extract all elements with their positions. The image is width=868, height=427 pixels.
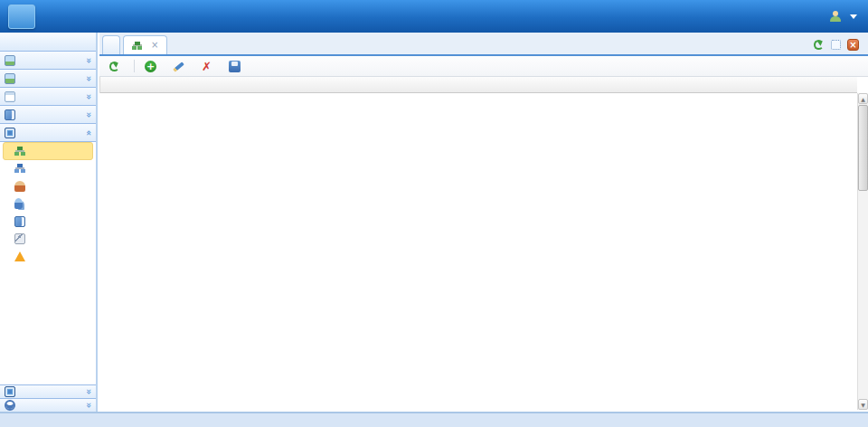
base-settings-icon (5, 109, 15, 120)
sidebar-accordion-3[interactable]: » (0, 106, 96, 124)
sidebar-accordion-0[interactable]: » (0, 52, 96, 70)
sidebar-item-3[interactable] (3, 195, 93, 214)
panel-tools (813, 39, 868, 54)
scroll-down-icon[interactable]: ▼ (858, 399, 868, 410)
sidebar-accordion-2[interactable]: » (0, 88, 96, 106)
close-tab-icon[interactable]: × (151, 41, 158, 50)
refresh-icon[interactable] (813, 39, 825, 51)
vertical-scrollbar[interactable]: ▲ ▼ (857, 93, 868, 410)
sidebar-item-5[interactable] (3, 231, 93, 249)
system-settings-icon (5, 128, 15, 138)
materiel-icon (5, 73, 15, 84)
toolbar-button-4[interactable] (223, 59, 250, 74)
product-icon (5, 55, 15, 66)
dict-icon (14, 216, 25, 227)
sitemap-icon (132, 41, 142, 51)
sidebar-accordion-4[interactable]: « (0, 124, 96, 142)
tabs: × (102, 35, 170, 54)
sidebar-bottom-accordions: »» (0, 384, 96, 412)
warehouse-management-app: »»»»« »» × ▲ ▼ (0, 0, 868, 427)
toolbar-button-0[interactable] (103, 59, 129, 74)
chevron-down-icon: » (84, 93, 93, 99)
sidebar-item-6[interactable] (3, 248, 93, 266)
sitemap-icon (14, 146, 25, 157)
scroll-up-icon[interactable]: ▲ (858, 93, 868, 104)
sidebar: »»»»« »» (0, 33, 98, 412)
save-icon (229, 61, 241, 72)
tab-bar: × (99, 33, 868, 56)
chevron-down-icon (850, 14, 857, 23)
app-header (0, 0, 868, 33)
maximize-icon[interactable] (830, 39, 842, 51)
datagrid-header (99, 77, 857, 93)
datagrid-body (99, 93, 694, 409)
label-icon (5, 386, 15, 397)
tab-1[interactable]: × (123, 35, 167, 54)
sidebar-accordions: »»»»« (0, 52, 96, 266)
chevron-down-icon: » (84, 75, 93, 81)
app-logo (8, 5, 35, 29)
sidebar-item-1[interactable] (3, 160, 93, 178)
org-icon (14, 163, 25, 174)
chevron-down-icon: » (84, 389, 93, 394)
tab-0[interactable] (102, 35, 120, 54)
sidebar-bottom-accordion-0[interactable]: » (0, 384, 96, 398)
sidebar-item-0[interactable] (3, 142, 93, 160)
close-icon[interactable] (847, 39, 859, 51)
sidebar-panel-header (0, 33, 96, 52)
toolbar-button-1[interactable] (139, 59, 165, 74)
add-icon (145, 61, 156, 72)
toolbar-button-3[interactable] (195, 59, 222, 74)
content-panel: × ▲ ▼ (99, 33, 868, 412)
log-icon (14, 251, 25, 261)
chevron-down-icon: » (84, 57, 93, 62)
param-icon (14, 233, 25, 244)
scrollbar-thumb[interactable] (858, 105, 868, 191)
chevron-down-icon: » (84, 403, 93, 408)
system-settings-menu (0, 142, 96, 266)
toolbar (99, 56, 868, 77)
toolbar-separator (134, 60, 135, 72)
chevron-down-icon: » (84, 111, 93, 117)
toolbar-button-2[interactable] (167, 59, 193, 74)
edit-icon (173, 61, 184, 72)
users-icon (14, 198, 23, 209)
refresh-icon (108, 61, 120, 72)
sidebar-item-4[interactable] (3, 213, 93, 231)
delete-icon (201, 61, 212, 72)
user-icon (830, 11, 841, 22)
row-number-header (99, 77, 100, 93)
role-icon (14, 181, 25, 192)
sidebar-bottom-accordion-1[interactable]: » (0, 398, 96, 412)
report-icon (5, 91, 15, 102)
footer (0, 412, 868, 427)
workflow-icon (5, 400, 15, 411)
current-user-menu[interactable] (830, 0, 857, 33)
chevron-up-icon: « (84, 129, 93, 135)
sidebar-accordion-1[interactable]: » (0, 70, 96, 88)
sidebar-item-2[interactable] (3, 177, 93, 195)
